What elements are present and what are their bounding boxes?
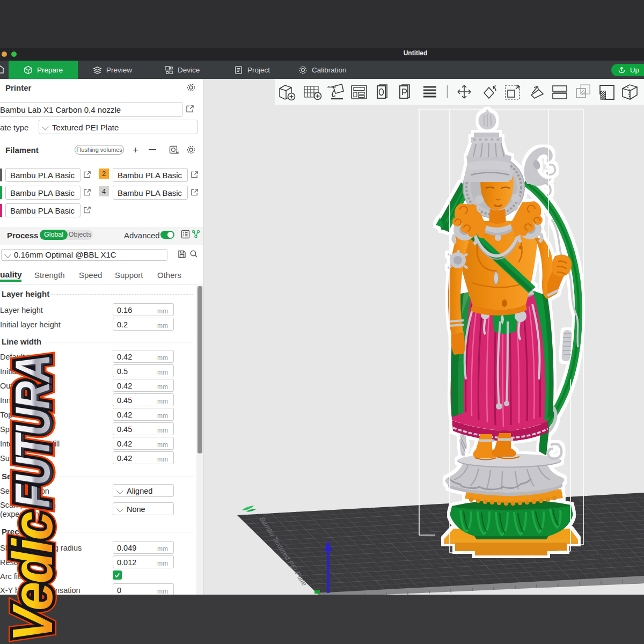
svg-text:FUTURA: FUTURA [5, 355, 59, 508]
svg-text:Vedic: Vedic [2, 512, 64, 642]
